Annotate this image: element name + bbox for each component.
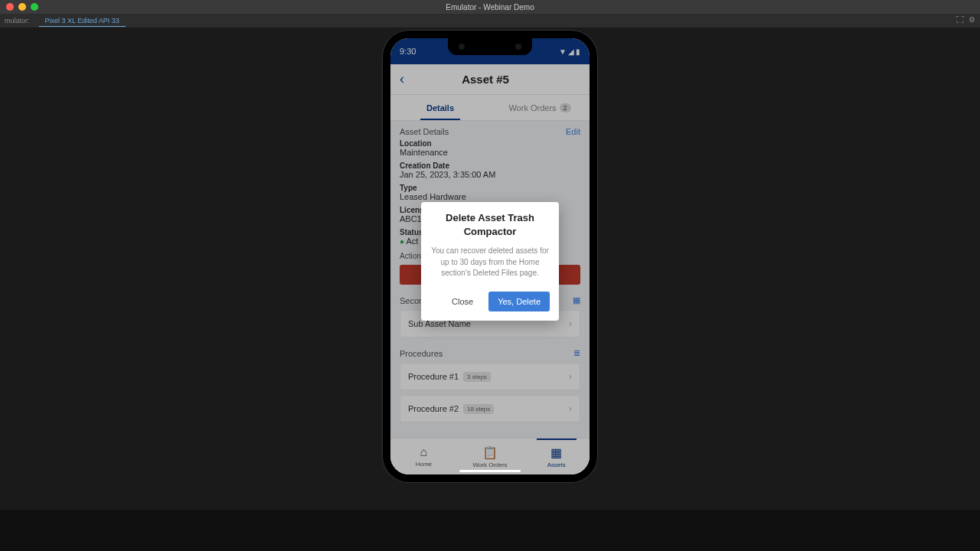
dialog-actions: Close Yes, Delete xyxy=(430,292,550,311)
window-title: Emulator - Webinar Demo xyxy=(446,3,534,11)
close-window-dot[interactable] xyxy=(6,3,14,11)
ide-label: mulator: xyxy=(5,17,30,24)
macos-titlebar: Emulator - Webinar Demo xyxy=(0,0,980,14)
close-button[interactable]: Close xyxy=(443,292,482,311)
ide-tabbar: mulator: Pixel 3 XL Edited API 33 xyxy=(0,14,980,28)
maximize-window-dot[interactable] xyxy=(31,3,38,11)
phone-screen: 9:30 ▼ ◢ ▮ ‹ Asset #5 Details Work Order… xyxy=(390,38,590,474)
expand-icon[interactable]: ⛶ xyxy=(956,15,964,24)
dialog-message: You can recover deleted assets for up to… xyxy=(430,246,550,279)
gesture-bar[interactable] xyxy=(459,470,521,472)
phone-frame: 9:30 ▼ ◢ ▮ ‹ Asset #5 Details Work Order… xyxy=(383,31,597,482)
ide-device-tab[interactable]: Pixel 3 XL Edited API 33 xyxy=(39,15,126,27)
confirm-delete-button[interactable]: Yes, Delete xyxy=(488,292,550,311)
minimize-window-dot[interactable] xyxy=(18,3,26,11)
desktop-dock-strip xyxy=(0,510,980,551)
gear-icon[interactable]: ⚙ xyxy=(969,15,975,24)
dialog-title: Delete Asset Trash Compactor xyxy=(430,211,550,238)
delete-confirm-dialog: Delete Asset Trash Compactor You can rec… xyxy=(421,202,559,321)
emulator-canvas: 9:30 ▼ ◢ ▮ ‹ Asset #5 Details Work Order… xyxy=(0,28,980,551)
ide-right-controls: ⛶ ⚙ xyxy=(956,15,975,24)
